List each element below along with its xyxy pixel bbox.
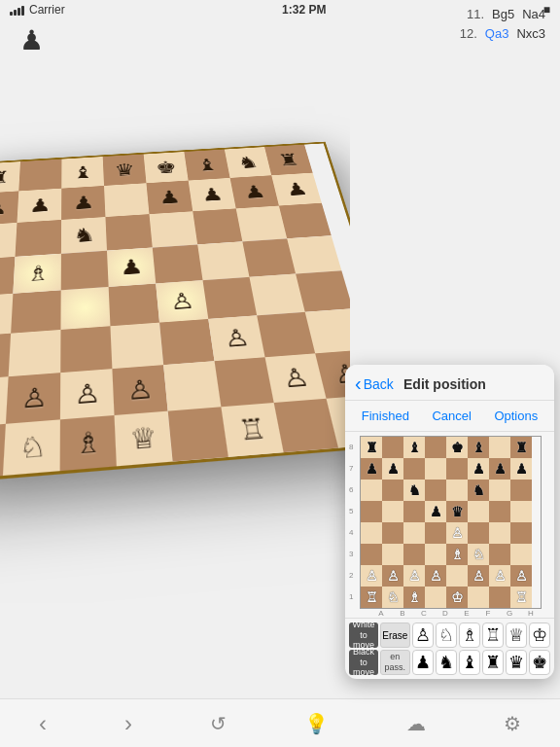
mini-cell[interactable] [510,544,532,565]
board-cell[interactable]: ♟ [61,186,105,220]
mini-cell[interactable] [489,587,510,608]
tab-hint[interactable]: 💡 [304,712,329,735]
white-queen-btn[interactable]: ♕ [506,622,527,648]
white-rook-btn[interactable]: ♖ [482,622,504,648]
white-king-btn[interactable]: ♔ [529,622,550,648]
black-to-move-btn[interactable]: Blacktomove [349,650,378,675]
mini-cell[interactable] [382,522,403,544]
mini-cell[interactable]: ♟ [382,458,403,480]
board-cell[interactable]: ♙ [156,280,208,322]
mini-cell[interactable]: ♝ [403,437,425,458]
board-cell[interactable] [203,277,258,319]
board-cell[interactable]: ♚ [144,152,189,183]
mini-cell[interactable]: ♟ [468,458,489,480]
board-cell[interactable] [149,211,197,247]
mini-cell[interactable] [446,565,468,587]
black-rook-btn[interactable]: ♜ [482,650,504,675]
mini-cell[interactable] [403,522,425,544]
mini-cell[interactable]: ♗ [403,587,425,608]
mini-cell[interactable] [425,480,446,501]
mini-cell[interactable]: ♟ [425,501,446,522]
board-cell[interactable] [105,214,152,250]
mini-cell[interactable]: ♗ [446,544,468,565]
white-to-move-btn[interactable]: Whitetomove [349,622,378,648]
tab-cloud[interactable]: ☁ [406,712,426,735]
board-cell[interactable]: ♛ [103,155,147,186]
board-cell[interactable] [9,330,61,376]
board-cell[interactable] [60,326,112,373]
board-cell[interactable]: ♗ [13,254,61,294]
board-cell[interactable] [153,244,203,283]
board-cell[interactable]: ♟ [0,191,18,225]
mini-cell[interactable] [361,480,382,501]
mini-chess-board[interactable]: ♜♝♚♝♜♟♟♟♟♟♞♞♟♛♙♗♘♙♙♙♙♙♙♙♖♘♗♔♖ [360,436,542,609]
board-cell[interactable] [168,407,228,461]
black-pawn-btn[interactable]: ♟ [412,650,434,675]
board-cell[interactable]: ♝ [61,157,104,189]
mini-cell[interactable] [403,458,425,480]
mini-cell[interactable] [468,587,489,608]
chess-3d-board[interactable]: ♜♝♛♚♝♞♜♟♟♟♟♟♟♟♞♗♟♙♙♙♙♙♙♙♙♖♘♗♕♖♔ [0,142,350,572]
mini-cell[interactable]: ♙ [425,565,446,587]
mini-cell[interactable] [468,501,489,522]
mini-cell[interactable]: ♙ [382,565,403,587]
tab-forward[interactable]: › [124,710,132,737]
board-cell[interactable]: ♕ [115,411,173,467]
mini-cell[interactable] [425,522,446,544]
mini-cell[interactable] [361,501,382,522]
mini-cell[interactable] [361,522,382,544]
mini-cell[interactable] [382,437,403,458]
mini-cell[interactable] [425,544,446,565]
mini-cell[interactable]: ♟ [361,458,382,480]
white-knight-btn[interactable]: ♘ [436,622,457,648]
mini-cell[interactable]: ♜ [361,437,382,458]
tab-settings[interactable]: ⚙ [504,712,521,735]
mini-cell[interactable] [510,501,532,522]
board-cell[interactable]: ♟ [17,189,61,223]
board-cell[interactable]: ♝ [184,150,229,181]
board-cell[interactable]: ♟ [189,178,236,211]
mini-cell[interactable] [489,480,510,501]
mini-cell[interactable] [446,458,468,480]
board-cell[interactable]: ♟ [230,175,279,208]
board-cell[interactable] [197,241,249,280]
mini-cell[interactable]: ♙ [468,565,489,587]
board-cell[interactable] [296,270,350,312]
board-cell[interactable] [104,183,149,217]
mini-cell[interactable] [382,480,403,501]
mini-cell[interactable] [382,501,403,522]
board-cell[interactable] [215,357,274,407]
board-cell[interactable]: ♞ [61,217,107,254]
black-queen-btn[interactable]: ♛ [506,650,527,675]
finished-button[interactable]: Finished [358,407,413,425]
board-cell[interactable] [192,208,242,244]
mini-cell[interactable] [403,544,425,565]
tab-back[interactable]: ‹ [39,710,47,737]
board-cell[interactable] [11,290,61,333]
board-cell[interactable]: ♙ [6,373,60,424]
mini-cell[interactable]: ♜ [510,437,532,458]
cancel-button[interactable]: Cancel [428,407,474,425]
mini-cell[interactable] [425,458,446,480]
erase-button[interactable]: Erase [380,622,409,648]
mini-cell[interactable]: ♟ [510,458,532,480]
mini-cell[interactable]: ♞ [403,480,425,501]
white-pawn-btn[interactable]: ♙ [412,622,434,648]
mini-cell[interactable] [489,437,510,458]
mini-cell[interactable]: ♝ [468,437,489,458]
board-cell[interactable]: ♙ [112,365,167,415]
board-cell[interactable] [159,319,215,365]
mini-cell[interactable]: ♛ [446,501,468,522]
board-cell[interactable] [287,235,341,273]
mini-cell[interactable]: ♙ [361,565,382,587]
mini-cell[interactable]: ♚ [446,437,468,458]
board-cell[interactable]: ♞ [225,147,271,178]
mini-cell[interactable]: ♙ [403,565,425,587]
mini-cell[interactable]: ♘ [382,587,403,608]
board-cell[interactable]: ♙ [60,369,115,419]
tab-refresh[interactable]: ↺ [210,712,227,735]
mini-cell[interactable]: ♙ [446,522,468,544]
board-cell[interactable]: ♟ [146,181,192,215]
board-cell[interactable] [60,287,110,330]
mini-cell[interactable] [468,522,489,544]
